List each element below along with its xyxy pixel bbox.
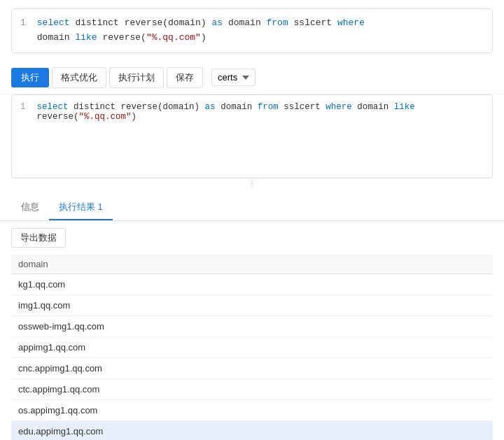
p-kw-as: as [205,102,216,112]
line-number-1: 1 [20,16,26,31]
preview-sql: select distinct reverse(domain) as domai… [37,102,484,122]
domain-cell: ossweb-img1.qq.com [11,315,493,336]
preview-line-number: 1 [20,102,26,112]
table-row[interactable]: img1.qq.com [11,294,493,315]
editor-sql-line2: domain like reverse("%.qq.com") [37,31,484,45]
str-pattern: "%.qq.com" [146,32,201,43]
p-table: sslcert [284,102,326,112]
table-header-row: domain [11,255,493,274]
p-str-pattern: "%.qq.com" [79,112,132,122]
table-row[interactable]: edu.appimg1.qq.com [11,420,493,440]
domain-cell: ctc.appimg1.qq.com [11,378,493,399]
p-kw-like: like [394,102,415,112]
editor-line-2: 1 domain like reverse("%.qq.com") [20,31,484,45]
tab-info[interactable]: 信息 [11,195,49,220]
p-kw-distinct: distinct [74,102,121,112]
column-header-domain: domain [11,255,493,274]
results-area: 导出数据 domain kg1.qq.comimg1.qq.comossweb-… [11,228,493,440]
preview-line-1: 1 select distinct reverse(domain) as dom… [20,102,484,122]
p-alias: domain [220,102,258,112]
kw-where: where [337,17,365,28]
tab-results[interactable]: 执行结果 1 [49,195,113,220]
fn-reverse: reverse [125,17,163,28]
table-row[interactable]: ossweb-img1.qq.com [11,315,493,336]
domain-cell: kg1.qq.com [11,274,493,294]
result-table: domain kg1.qq.comimg1.qq.comossweb-img1.… [11,255,493,440]
p-col: domain [357,102,394,112]
toolbar: 执行 格式优化 执行计划 保存 certs [0,62,504,94]
domain-cell: img1.qq.com [11,294,493,315]
table-row[interactable]: cnc.appimg1.qq.com [11,357,493,378]
table-row[interactable]: os.appimg1.qq.com [11,399,493,420]
results-tabs: 信息 执行结果 1 [0,195,504,221]
p-kw-from: from [258,102,279,112]
save-button[interactable]: 保存 [167,67,203,88]
execute-button[interactable]: 执行 [11,68,49,87]
fn-args: (domain) [162,17,211,28]
resize-handle[interactable]: ⋮ [0,178,504,190]
p-fn-reverse: reverse [121,102,158,112]
fn-reverse2: reverse( [102,32,146,43]
p-kw-where: where [326,102,352,112]
close-paren: ) [201,32,206,43]
col-domain: domain [37,32,76,43]
kw-distinct: distinct [75,17,124,28]
p-fn-args: (domain) [158,102,200,112]
kw-as: as [211,17,223,28]
plan-button[interactable]: 执行计划 [109,67,164,88]
query-preview: 1 select distinct reverse(domain) as dom… [11,94,493,178]
table-row[interactable]: ctc.appimg1.qq.com [11,378,493,399]
table-sslcert: sslcert [294,17,337,28]
table-row[interactable]: appimg1.qq.com [11,336,493,357]
database-select[interactable]: certs [211,69,255,86]
domain-cell: edu.appimg1.qq.com [11,420,493,440]
p-close-paren: ) [132,112,137,122]
p-fn-reverse2: reverse( [37,112,79,122]
format-button[interactable]: 格式优化 [52,67,106,88]
sql-editor[interactable]: 1 select distinct reverse(domain) as dom… [11,8,493,53]
table-row[interactable]: kg1.qq.com [11,274,493,294]
kw-from: from [267,17,288,28]
editor-sql-line1: select distinct reverse(domain) as domai… [37,16,484,31]
kw-select: select [37,17,70,28]
p-kw-select: select [37,102,69,112]
kw-like: like [75,32,97,43]
domain-cell: appimg1.qq.com [11,336,493,357]
domain-cell: cnc.appimg1.qq.com [11,357,493,378]
alias-domain: domain [228,17,267,28]
export-button[interactable]: 导出数据 [11,228,66,248]
domain-cell: os.appimg1.qq.com [11,399,493,420]
editor-line-1: 1 select distinct reverse(domain) as dom… [20,16,484,31]
